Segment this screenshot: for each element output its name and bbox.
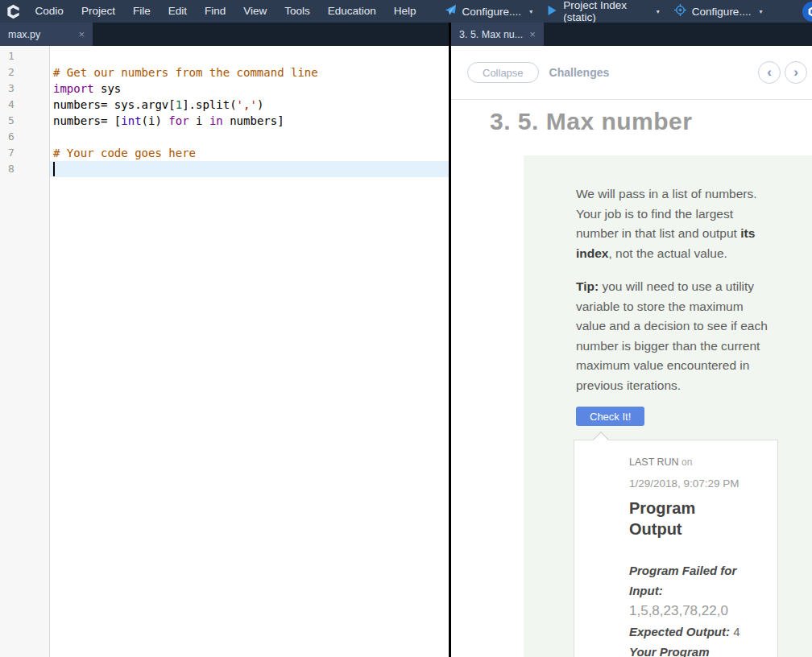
code-line-1[interactable] bbox=[50, 48, 449, 64]
line-number-3: 3 bbox=[0, 81, 49, 97]
challenges-pane: 3. 5. Max nu... × Collapse Challenges ‹ … bbox=[451, 23, 812, 657]
project-index-run-control[interactable]: Project Index (static) ▾ bbox=[542, 0, 665, 23]
user-avatar[interactable] bbox=[802, 2, 812, 22]
prev-challenge-button[interactable]: ‹ bbox=[758, 61, 781, 84]
line-number-6: 6 bbox=[0, 129, 49, 145]
code-line-6[interactable] bbox=[50, 129, 449, 145]
last-run-line: LAST RUN on bbox=[629, 457, 763, 468]
menu-education[interactable]: Education bbox=[319, 0, 385, 23]
main-split: max.py × 12345678 # Get our numbers from… bbox=[0, 23, 812, 657]
menu-find[interactable]: Find bbox=[196, 0, 234, 23]
tab-max-py[interactable]: max.py × bbox=[0, 23, 93, 46]
tab-label: max.py bbox=[8, 29, 40, 40]
tab-label: 3. 5. Max nu... bbox=[459, 29, 523, 40]
editor-tab-bar: max.py × bbox=[0, 23, 449, 46]
menu-project[interactable]: Project bbox=[72, 0, 124, 23]
chevron-down-icon[interactable]: ▾ bbox=[657, 8, 660, 15]
line-number-5: 5 bbox=[0, 113, 49, 129]
menu-file[interactable]: File bbox=[124, 0, 160, 23]
tab-max-number[interactable]: 3. 5. Max nu... × bbox=[451, 23, 544, 46]
configure-run-control[interactable]: Configure.... ▾ bbox=[440, 4, 538, 19]
expected-output-line: Expected Output: 4 bbox=[629, 622, 763, 642]
instructions-paragraph-1: We will pass in a list of numbers. Your … bbox=[576, 184, 773, 263]
instructions-paragraph-2: Tip: you will need to use a utility vari… bbox=[576, 277, 773, 395]
line-number-1: 1 bbox=[0, 48, 49, 64]
line-number-7: 7 bbox=[0, 145, 49, 161]
line-number-2: 2 bbox=[0, 64, 49, 81]
program-output-title: Program Output bbox=[629, 498, 730, 539]
instructions-box: We will pass in a list of numbers. Your … bbox=[524, 155, 812, 657]
last-run-panel: LAST RUN on 1/29/2018, 9:07:29 PM Progra… bbox=[574, 440, 778, 657]
target-icon bbox=[674, 4, 686, 19]
line-number-4: 4 bbox=[0, 97, 49, 113]
failed-for-input-label: Program Failed for Input: bbox=[629, 560, 763, 601]
project-index-label: Project Index (static) bbox=[563, 0, 648, 23]
menu-edit[interactable]: Edit bbox=[160, 0, 196, 23]
menu-bar: CodioProjectFileEditFindViewToolsEducati… bbox=[0, 0, 812, 23]
code-line-7[interactable]: # Your code goes here bbox=[50, 145, 449, 161]
menu-tools[interactable]: Tools bbox=[276, 0, 319, 23]
chevron-down-icon[interactable]: ▾ bbox=[759, 8, 762, 15]
page-title: 3. 5. Max number bbox=[490, 108, 692, 135]
test-result: Program Failed for Input: 1,5,8,23,78,22… bbox=[629, 560, 763, 657]
run-config-label: Configure.... bbox=[462, 6, 522, 18]
code-editor[interactable]: 12345678 # Get our numbers from the comm… bbox=[0, 46, 449, 657]
close-icon[interactable]: × bbox=[78, 28, 85, 40]
codio-window: CodioProjectFileEditFindViewToolsEducati… bbox=[0, 0, 812, 657]
play-icon bbox=[547, 5, 557, 19]
challenges-toolbar: Collapse Challenges ‹ › bbox=[451, 46, 812, 100]
debug-config-label: Configure.... bbox=[692, 6, 752, 18]
text-cursor bbox=[53, 162, 55, 176]
editor-gutter: 12345678 bbox=[0, 46, 50, 657]
menu-help[interactable]: Help bbox=[385, 0, 425, 23]
codio-logo-icon[interactable] bbox=[0, 4, 27, 19]
code-line-5[interactable]: numbers= [int(i) for i in numbers] bbox=[50, 113, 449, 129]
code-line-2[interactable]: # Get our numbers from the command line bbox=[50, 64, 449, 81]
close-icon[interactable]: × bbox=[529, 28, 536, 40]
menu-codio[interactable]: Codio bbox=[27, 0, 72, 23]
chevron-down-icon[interactable]: ▾ bbox=[529, 8, 532, 15]
collapse-button[interactable]: Collapse bbox=[467, 62, 539, 83]
main-menus: CodioProjectFileEditFindViewToolsEducati… bbox=[27, 0, 425, 23]
code-line-4[interactable]: numbers= sys.argv[1].split(',') bbox=[50, 97, 449, 113]
challenges-tab-bar: 3. 5. Max nu... × bbox=[451, 23, 812, 46]
your-program-label: Your Program bbox=[629, 642, 763, 657]
challenges-title: Challenges bbox=[549, 66, 610, 79]
code-line-8[interactable] bbox=[50, 161, 449, 177]
input-value: 1,5,8,23,78,22,0 bbox=[629, 601, 763, 622]
editor-pane: max.py × 12345678 # Get our numbers from… bbox=[0, 23, 449, 657]
run-controls: Configure.... ▾ Project Index (static) ▾ bbox=[440, 0, 768, 23]
check-it-button[interactable]: Check It! bbox=[576, 407, 644, 426]
debug-configure-control[interactable]: Configure.... ▾ bbox=[669, 4, 768, 19]
next-challenge-button[interactable]: › bbox=[785, 61, 807, 84]
panel-notch bbox=[593, 432, 609, 448]
editor-code[interactable]: # Get our numbers from the command linei… bbox=[50, 46, 449, 657]
last-run-timestamp: 1/29/2018, 9:07:29 PM bbox=[629, 477, 763, 490]
rocket-icon bbox=[445, 4, 457, 19]
challenge-content: 3. 5. Max number We will pass in a list … bbox=[451, 100, 812, 657]
code-line-3[interactable]: import sys bbox=[50, 81, 449, 97]
challenge-nav: ‹ › bbox=[758, 61, 807, 84]
menu-view[interactable]: View bbox=[234, 0, 276, 23]
line-number-8: 8 bbox=[0, 161, 49, 177]
